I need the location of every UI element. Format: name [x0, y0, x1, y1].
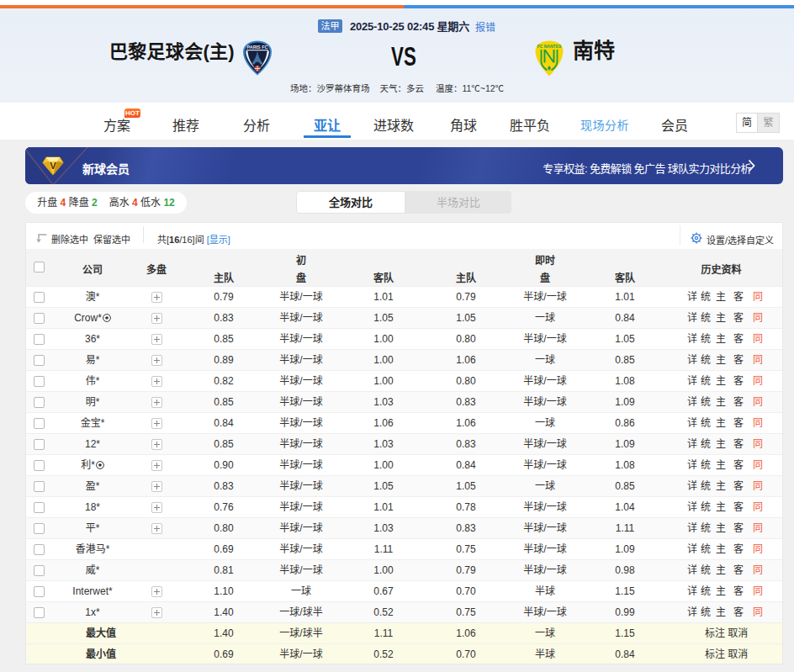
svg-text:V: V [50, 161, 56, 171]
svg-text:FC NANTES: FC NANTES [537, 44, 562, 49]
svg-text:PARIS FC: PARIS FC [247, 45, 268, 50]
